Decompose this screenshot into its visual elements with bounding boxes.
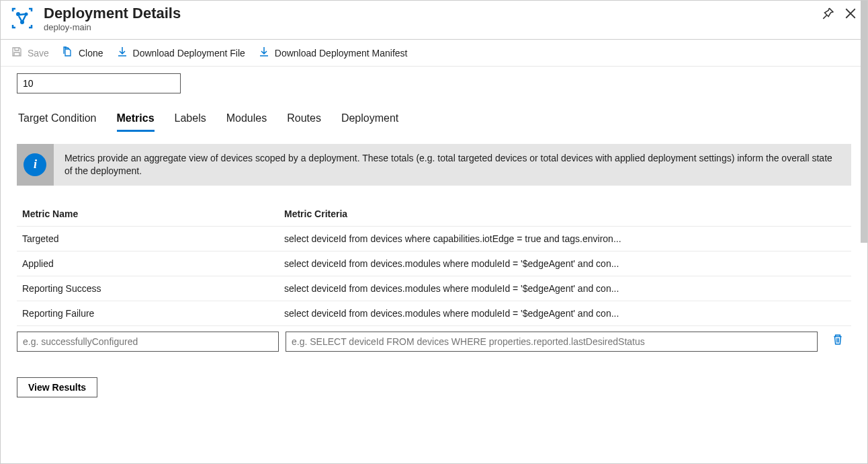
- table-row: Targeted select deviceId from devices wh…: [17, 226, 851, 251]
- metric-criteria-cell: select deviceId from devices where capab…: [279, 227, 851, 251]
- download-deployment-file-button[interactable]: Download Deployment File: [117, 46, 245, 59]
- view-results-button[interactable]: View Results: [17, 377, 97, 397]
- new-metric-criteria-cell: [286, 332, 818, 352]
- clone-icon: [62, 46, 73, 59]
- tab-metrics[interactable]: Metrics: [117, 112, 155, 132]
- download-file-label: Download Deployment File: [133, 48, 245, 59]
- table-header-row: Metric Name Metric Criteria: [17, 202, 851, 226]
- save-label: Save: [28, 48, 49, 59]
- command-bar: Save Clone Download Deployment File Down…: [1, 40, 867, 67]
- download-icon: [117, 46, 128, 59]
- table-row: Applied select deviceId from devices.mod…: [17, 251, 851, 276]
- metric-criteria-input[interactable]: [286, 332, 818, 352]
- header-titles: Deployment Details deploy-main: [44, 5, 822, 32]
- pin-icon: [822, 7, 834, 20]
- pin-button[interactable]: [822, 7, 834, 23]
- close-icon: [844, 7, 857, 20]
- metric-name-input[interactable]: [17, 332, 279, 352]
- download-manifest-label: Download Deployment Manifest: [275, 48, 408, 59]
- metric-name-cell: Applied: [17, 252, 279, 276]
- metric-name-cell: Targeted: [17, 227, 279, 251]
- table-row: Reporting Failure select deviceId from d…: [17, 301, 851, 325]
- priority-field: [17, 73, 851, 93]
- tab-deployment[interactable]: Deployment: [341, 112, 398, 132]
- info-icon-cell: i: [17, 144, 54, 186]
- deployment-icon: [11, 5, 36, 29]
- download-deployment-manifest-button[interactable]: Download Deployment Manifest: [259, 46, 408, 59]
- column-header-criteria: Metric Criteria: [279, 202, 851, 226]
- metric-criteria-cell: select deviceId from devices.modules whe…: [279, 252, 851, 276]
- tab-routes[interactable]: Routes: [287, 112, 321, 132]
- save-button: Save: [11, 46, 49, 59]
- new-metric-row: [17, 325, 851, 352]
- priority-input[interactable]: [17, 73, 181, 93]
- column-header-name: Metric Name: [17, 202, 279, 226]
- scrollbar-thumb[interactable]: [861, 1, 867, 243]
- metric-criteria-cell: select deviceId from devices.modules whe…: [279, 276, 851, 301]
- save-icon: [11, 46, 22, 59]
- info-icon: i: [24, 153, 46, 176]
- tab-labels[interactable]: Labels: [175, 112, 206, 132]
- clone-label: Clone: [79, 48, 103, 59]
- info-banner: i Metrics provide an aggregate view of d…: [17, 144, 851, 186]
- metric-name-cell: Reporting Failure: [17, 301, 279, 325]
- tab-modules[interactable]: Modules: [226, 112, 267, 132]
- page-subtitle: deploy-main: [44, 22, 822, 32]
- new-metric-name-cell: [17, 332, 279, 352]
- pane-header: Deployment Details deploy-main: [1, 1, 867, 40]
- deployment-details-pane: Deployment Details deploy-main Save Clon…: [0, 0, 868, 464]
- info-banner-text: Metrics provide an aggregate view of dev…: [54, 144, 851, 186]
- table-row: Reporting Success select deviceId from d…: [17, 276, 851, 301]
- metric-criteria-cell: select deviceId from devices.modules whe…: [279, 301, 851, 325]
- trash-icon: [832, 334, 844, 346]
- tab-bar: Target Condition Metrics Labels Modules …: [18, 112, 850, 132]
- close-button[interactable]: [844, 7, 857, 23]
- delete-metric-button[interactable]: [832, 334, 844, 349]
- clone-button[interactable]: Clone: [62, 46, 103, 59]
- metrics-table: Metric Name Metric Criteria Targeted sel…: [17, 202, 851, 352]
- metric-name-cell: Reporting Success: [17, 276, 279, 301]
- content-area: Target Condition Metrics Labels Modules …: [1, 67, 867, 463]
- header-actions: [822, 5, 857, 23]
- page-title: Deployment Details: [44, 5, 822, 22]
- download-icon: [259, 46, 269, 59]
- tab-target-condition[interactable]: Target Condition: [18, 112, 97, 132]
- delete-cell: [824, 334, 851, 349]
